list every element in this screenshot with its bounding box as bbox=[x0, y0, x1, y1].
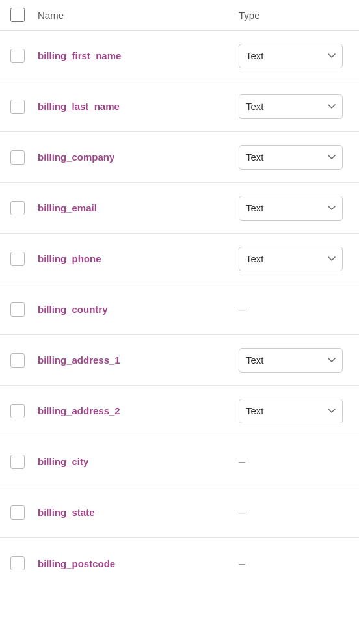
table-row: billing_postcode– bbox=[0, 538, 359, 589]
type-dash-billing_country: – bbox=[239, 302, 245, 315]
field-name-billing_country: billing_country bbox=[38, 304, 239, 315]
type-dash-billing_city: – bbox=[239, 455, 245, 468]
table-row: billing_address_2TextNumberDateBoolean bbox=[0, 386, 359, 436]
table-row: billing_phoneTextNumberDateBoolean bbox=[0, 234, 359, 284]
table-row: billing_address_1TextNumberDateBoolean bbox=[0, 335, 359, 386]
row-checkbox-billing_email[interactable] bbox=[10, 201, 25, 215]
table-row: billing_city– bbox=[0, 436, 359, 487]
fields-table: Name Type billing_first_nameTextNumberDa… bbox=[0, 0, 359, 589]
field-type-billing_address_1[interactable]: TextNumberDateBoolean bbox=[239, 348, 346, 373]
field-type-billing_first_name[interactable]: TextNumberDateBoolean bbox=[239, 44, 346, 68]
row-checkbox-billing_postcode[interactable] bbox=[10, 556, 25, 570]
table-row: billing_country– bbox=[0, 284, 359, 335]
field-type-billing_company[interactable]: TextNumberDateBoolean bbox=[239, 145, 346, 170]
type-dash-billing_state: – bbox=[239, 505, 245, 518]
row-checkbox-billing_city[interactable] bbox=[10, 455, 25, 469]
field-type-billing_city: – bbox=[239, 455, 346, 468]
type-dash-billing_postcode: – bbox=[239, 557, 245, 570]
field-name-billing_first_name: billing_first_name bbox=[38, 50, 239, 61]
field-name-billing_email: billing_email bbox=[38, 202, 239, 213]
type-select-billing_company[interactable]: TextNumberDateBoolean bbox=[239, 145, 343, 170]
table-row: billing_state– bbox=[0, 487, 359, 538]
type-select-billing_phone[interactable]: TextNumberDateBoolean bbox=[239, 247, 343, 271]
field-name-billing_last_name: billing_last_name bbox=[38, 101, 239, 112]
field-name-billing_city: billing_city bbox=[38, 456, 239, 467]
field-name-billing_address_1: billing_address_1 bbox=[38, 355, 239, 366]
field-name-billing_postcode: billing_postcode bbox=[38, 558, 239, 569]
type-select-billing_address_1[interactable]: TextNumberDateBoolean bbox=[239, 348, 343, 373]
type-select-billing_email[interactable]: TextNumberDateBoolean bbox=[239, 196, 343, 221]
table-row: billing_first_nameTextNumberDateBoolean bbox=[0, 31, 359, 81]
type-select-billing_address_2[interactable]: TextNumberDateBoolean bbox=[239, 399, 343, 423]
field-type-billing_country: – bbox=[239, 302, 346, 316]
field-name-billing_company: billing_company bbox=[38, 152, 239, 163]
row-checkbox-billing_address_1[interactable] bbox=[10, 353, 25, 368]
field-type-billing_phone[interactable]: TextNumberDateBoolean bbox=[239, 247, 346, 271]
table-header: Name Type bbox=[0, 0, 359, 31]
field-name-billing_phone: billing_phone bbox=[38, 253, 239, 264]
row-checkbox-billing_phone[interactable] bbox=[10, 252, 25, 266]
row-checkbox-billing_country[interactable] bbox=[10, 302, 25, 317]
table-row: billing_last_nameTextNumberDateBoolean bbox=[0, 81, 359, 132]
field-name-billing_state: billing_state bbox=[38, 507, 239, 518]
field-type-billing_address_2[interactable]: TextNumberDateBoolean bbox=[239, 399, 346, 423]
field-name-billing_address_2: billing_address_2 bbox=[38, 405, 239, 416]
row-checkbox-billing_first_name[interactable] bbox=[10, 49, 25, 63]
type-select-billing_first_name[interactable]: TextNumberDateBoolean bbox=[239, 44, 343, 68]
row-checkbox-billing_state[interactable] bbox=[10, 505, 25, 520]
field-type-billing_email[interactable]: TextNumberDateBoolean bbox=[239, 196, 346, 221]
type-select-billing_last_name[interactable]: TextNumberDateBoolean bbox=[239, 94, 343, 119]
table-row: billing_emailTextNumberDateBoolean bbox=[0, 183, 359, 234]
field-type-billing_last_name[interactable]: TextNumberDateBoolean bbox=[239, 94, 346, 119]
row-checkbox-billing_company[interactable] bbox=[10, 150, 25, 165]
field-type-billing_state: – bbox=[239, 505, 346, 519]
select-all-checkbox[interactable] bbox=[10, 8, 25, 22]
table-body: billing_first_nameTextNumberDateBooleanb… bbox=[0, 31, 359, 589]
row-checkbox-billing_last_name[interactable] bbox=[10, 100, 25, 114]
field-type-billing_postcode: – bbox=[239, 557, 346, 570]
table-row: billing_companyTextNumberDateBoolean bbox=[0, 132, 359, 183]
row-checkbox-billing_address_2[interactable] bbox=[10, 404, 25, 418]
column-header-type: Type bbox=[239, 10, 346, 21]
column-header-name: Name bbox=[38, 10, 239, 21]
